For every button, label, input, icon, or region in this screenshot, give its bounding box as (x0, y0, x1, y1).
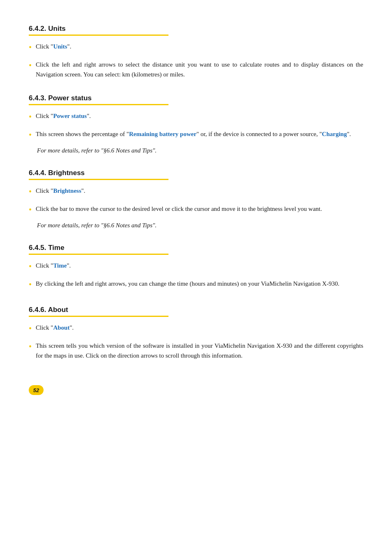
bullet-text: Click "Units". (36, 42, 363, 51)
list-item: • This screen shows the percentage of "R… (29, 129, 363, 141)
heading-6-4-3: 6.4.3. Power status (29, 94, 168, 105)
list-item: • Click "Brightness". (29, 186, 363, 198)
text-before: Click " (36, 324, 53, 331)
bullet-dot-icon: • (29, 322, 32, 335)
link-power-status[interactable]: Power status (53, 113, 87, 119)
text-after: ". (67, 43, 71, 50)
text-before: Click " (36, 187, 53, 194)
bullet-text: Click "Power status". (36, 111, 363, 121)
bullet-dot-icon: • (29, 278, 32, 291)
bullet-dot-icon: • (29, 59, 32, 72)
link-time[interactable]: Time (53, 262, 67, 269)
section-6-4-5: 6.4.5. Time • Click "Time". • By clickin… (29, 244, 363, 291)
bullet-text: This screen tells you which version of t… (36, 341, 363, 360)
bullet-text: Click the bar to move the cursor to the … (36, 204, 363, 214)
bullet-list-6-4-6: • Click "About". • This screen tells you… (29, 323, 363, 360)
section-6-4-3: 6.4.3. Power status • Click "Power statu… (29, 94, 363, 154)
list-item: • Click "Time". (29, 261, 363, 273)
bullet-text: Click "Time". (36, 261, 363, 270)
heading-6-4-6: 6.4.6. About (29, 306, 168, 317)
bullet-list-6-4-2: • Click "Units". • Click the left and ri… (29, 42, 363, 79)
bullet-text: This screen shows the percentage of "Rem… (36, 129, 363, 139)
bullet-dot-icon: • (29, 128, 32, 141)
bullet-dot-icon: • (29, 260, 32, 273)
text-after: ". (347, 131, 351, 137)
text-before: This screen shows the percentage of " (36, 131, 129, 137)
text-after: ". (69, 324, 74, 331)
bullet-text: Click the left and right arrows to selec… (36, 60, 363, 79)
page-number-container: 52 (29, 385, 363, 395)
list-item: • Click the bar to move the cursor to th… (29, 204, 363, 216)
text-middle: " or, if the device is connected to a po… (196, 131, 322, 137)
bullet-dot-icon: • (29, 340, 32, 353)
bullet-dot-icon: • (29, 203, 32, 216)
text-before: Click " (36, 113, 53, 119)
bullet-dot-icon: • (29, 110, 32, 123)
link-charging[interactable]: Charging (322, 131, 347, 137)
list-item: • Click "About". (29, 323, 363, 335)
section-6-4-6: 6.4.6. About • Click "About". • This scr… (29, 306, 363, 360)
bullet-dot-icon: • (29, 41, 32, 54)
note-6-4-4: For more details, refer to "§6.6 Notes a… (37, 222, 363, 229)
bullet-text: Click "Brightness". (36, 186, 363, 196)
text-before: Click " (36, 262, 53, 269)
text-before: Click " (36, 43, 53, 50)
list-item: • Click "Power status". (29, 111, 363, 123)
text-after: ". (87, 113, 91, 119)
heading-6-4-5: 6.4.5. Time (29, 244, 168, 255)
list-item: • This screen tells you which version of… (29, 341, 363, 360)
bullet-dot-icon: • (29, 185, 32, 198)
bullet-text: By clicking the left and right arrows, y… (36, 279, 363, 289)
section-6-4-4: 6.4.4. Brightness • Click "Brightness". … (29, 169, 363, 229)
text-after: ". (81, 187, 85, 194)
bullet-list-6-4-5: • Click "Time". • By clicking the left a… (29, 261, 363, 291)
heading-6-4-4: 6.4.4. Brightness (29, 169, 168, 180)
heading-6-4-2: 6.4.2. Units (29, 25, 168, 36)
list-item: • Click the left and right arrows to sel… (29, 60, 363, 79)
link-units[interactable]: Units (53, 43, 67, 50)
bullet-list-6-4-4: • Click "Brightness". • Click the bar to… (29, 186, 363, 216)
bullet-list-6-4-3: • Click "Power status". • This screen sh… (29, 111, 363, 141)
list-item: • By clicking the left and right arrows,… (29, 279, 363, 291)
page-number-badge: 52 (29, 385, 44, 395)
link-brightness[interactable]: Brightness (53, 187, 81, 194)
section-6-4-2: 6.4.2. Units • Click "Units". • Click th… (29, 25, 363, 79)
note-6-4-3: For more details, refer to "§6.6 Notes a… (37, 147, 363, 154)
text-after: ". (67, 262, 71, 269)
bullet-text: Click "About". (36, 323, 363, 333)
link-about[interactable]: About (53, 324, 69, 331)
list-item: • Click "Units". (29, 42, 363, 54)
link-remaining-battery[interactable]: Remaining battery power (129, 131, 196, 137)
